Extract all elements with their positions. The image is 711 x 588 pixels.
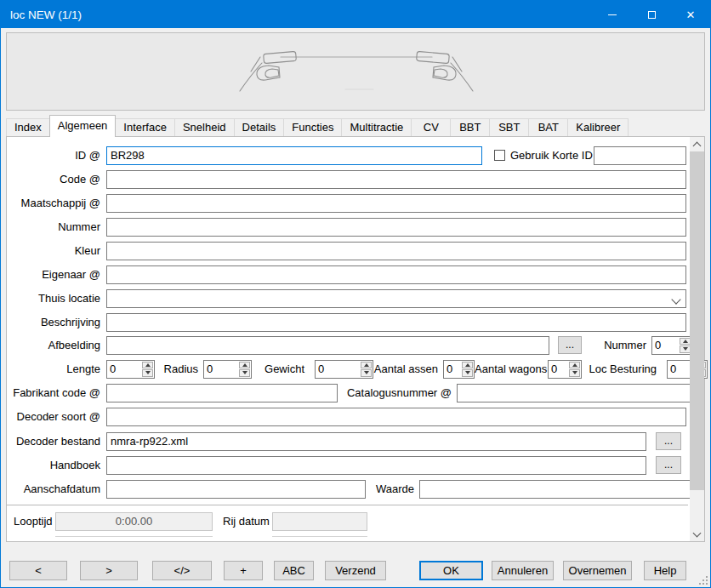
tab-index[interactable]: Index — [6, 118, 50, 136]
decoder-soort-label: Decoder soort @ — [7, 410, 106, 423]
korte-id-checkbox[interactable] — [494, 150, 505, 161]
handboek-input[interactable] — [106, 456, 646, 475]
id-input[interactable] — [106, 146, 482, 165]
decoder-bestand-input[interactable] — [106, 432, 646, 451]
tab-sbt[interactable]: SBT — [489, 118, 529, 136]
scrollbar-thumb[interactable] — [690, 151, 704, 490]
radius-label: Radius — [155, 363, 203, 375]
catalogusnummer-input[interactable] — [457, 384, 691, 402]
spin-up-button[interactable] — [462, 362, 473, 369]
beschrijving-input[interactable] — [106, 313, 686, 332]
spin-down-button[interactable] — [361, 369, 372, 377]
tab-interface[interactable]: Interface — [115, 118, 175, 136]
decoder-soort-row: Decoder soort @ — [7, 407, 686, 426]
fabrikant-code-label: Fabrikant code @ — [7, 386, 106, 399]
tab-multitractie[interactable]: Multitractie — [341, 118, 412, 136]
scrollbar-up-button[interactable] — [690, 137, 704, 151]
arrow-down-icon — [364, 371, 369, 374]
aantal-wagons-spinner[interactable] — [548, 360, 582, 379]
arrow-down-icon — [572, 371, 577, 374]
verzend-button[interactable]: Verzend — [325, 561, 386, 580]
spin-up-button[interactable] — [569, 362, 580, 369]
nummer-row: Nummer — [7, 217, 686, 237]
overnemen-button[interactable]: Overnemen — [563, 561, 632, 580]
decoder-bestand-label: Decoder bestand — [7, 435, 106, 448]
window-title: loc NEW (1/1) — [1, 9, 593, 21]
aantal-wagons-input[interactable] — [549, 361, 568, 378]
tab-snelheid[interactable]: Snelheid — [174, 118, 235, 136]
loc-properties-dialog: loc NEW (1/1) ✕ — [0, 0, 711, 588]
fabrikant-code-input[interactable] — [106, 384, 338, 402]
decoder-soort-input[interactable] — [106, 408, 686, 426]
next-button[interactable]: > — [80, 561, 138, 580]
catalogusnummer-label: Catalogusnummer @ — [338, 386, 457, 399]
spin-up-button[interactable] — [361, 362, 372, 369]
afbeelding-input[interactable] — [106, 336, 549, 355]
aantal-wagons-label: Aantal wagons — [475, 363, 548, 375]
handboek-browse-button[interactable]: ... — [656, 456, 681, 474]
korte-id-input[interactable] — [594, 146, 686, 165]
maatschappij-label: Maatschappij @ — [7, 197, 106, 209]
afbeelding-nummer-input[interactable] — [652, 337, 679, 354]
aanschafdatum-row: Aanschafdatum Waarde — [7, 479, 686, 499]
tab-kalibreer[interactable]: Kalibreer — [567, 118, 629, 136]
help-button[interactable]: Help — [644, 561, 686, 580]
maatschappij-input[interactable] — [106, 194, 686, 213]
thuis-locatie-label: Thuis locatie — [7, 292, 106, 305]
close-button[interactable]: ✕ — [671, 1, 710, 28]
tab-cv[interactable]: CV — [411, 118, 451, 136]
tab-details[interactable]: Details — [234, 118, 285, 136]
tab-algemeen[interactable]: Algemeen — [49, 115, 117, 137]
radius-input[interactable] — [204, 361, 238, 378]
kleur-input[interactable] — [106, 242, 686, 260]
aanschafdatum-label: Aanschafdatum — [7, 482, 106, 495]
plus-button[interactable]: + — [224, 561, 263, 580]
gewicht-spinner[interactable] — [315, 360, 373, 379]
spinner-buttons — [461, 361, 474, 378]
minimize-button[interactable] — [593, 1, 632, 28]
waarde-input[interactable] — [419, 480, 691, 499]
prev-button[interactable]: < — [9, 561, 67, 580]
radius-spinner[interactable] — [203, 360, 252, 379]
kleur-row: Kleur — [7, 241, 686, 260]
eigenaar-row: Eigenaar @ — [7, 265, 686, 284]
ok-button[interactable]: OK — [419, 561, 483, 580]
titlebar: loc NEW (1/1) ✕ — [1, 1, 710, 28]
maximize-button[interactable] — [632, 1, 671, 28]
spinner-buttons — [238, 361, 251, 378]
tab-functies[interactable]: Functies — [283, 118, 342, 136]
fabrikant-row: Fabrikant code @ Catalogusnummer @ — [7, 383, 686, 402]
markup-button[interactable]: </> — [152, 561, 212, 580]
tab-bat[interactable]: BAT — [528, 118, 568, 136]
handboek-label: Handboek — [7, 459, 106, 471]
resize-grip-icon[interactable] — [699, 576, 708, 585]
abc-button[interactable]: ABC — [274, 561, 314, 580]
afbeelding-nummer-spinner[interactable] — [651, 336, 692, 355]
spin-down-button[interactable] — [142, 369, 153, 377]
code-input[interactable] — [106, 170, 686, 189]
tab-bbt[interactable]: BBT — [450, 118, 490, 136]
thuis-locatie-combobox[interactable] — [106, 289, 686, 308]
decoder-bestand-browse-button[interactable]: ... — [656, 432, 681, 450]
lengte-input[interactable] — [107, 361, 141, 378]
aanschafdatum-input[interactable] — [106, 480, 366, 499]
nummer-input[interactable] — [106, 218, 686, 237]
gewicht-input[interactable] — [316, 361, 360, 378]
code-row: Code @ — [7, 169, 686, 189]
cropped-field-edge — [55, 536, 213, 537]
afbeelding-browse-button[interactable]: ... — [558, 336, 582, 354]
spin-down-button[interactable] — [239, 369, 250, 377]
eigenaar-input[interactable] — [106, 265, 686, 284]
code-label: Code @ — [7, 173, 106, 186]
spin-up-button[interactable] — [239, 362, 250, 369]
aantal-assen-input[interactable] — [444, 361, 461, 378]
scrollbar-down-button[interactable] — [690, 527, 704, 541]
spin-up-button[interactable] — [142, 362, 153, 369]
aantal-assen-spinner[interactable] — [443, 360, 475, 379]
thuis-locatie-input[interactable] — [106, 289, 686, 308]
spin-down-button[interactable] — [462, 369, 473, 377]
spin-down-button[interactable] — [569, 369, 580, 377]
annuleren-button[interactable]: Annuleren — [492, 561, 554, 580]
vertical-scrollbar[interactable] — [690, 137, 704, 541]
lengte-spinner[interactable] — [106, 360, 155, 379]
